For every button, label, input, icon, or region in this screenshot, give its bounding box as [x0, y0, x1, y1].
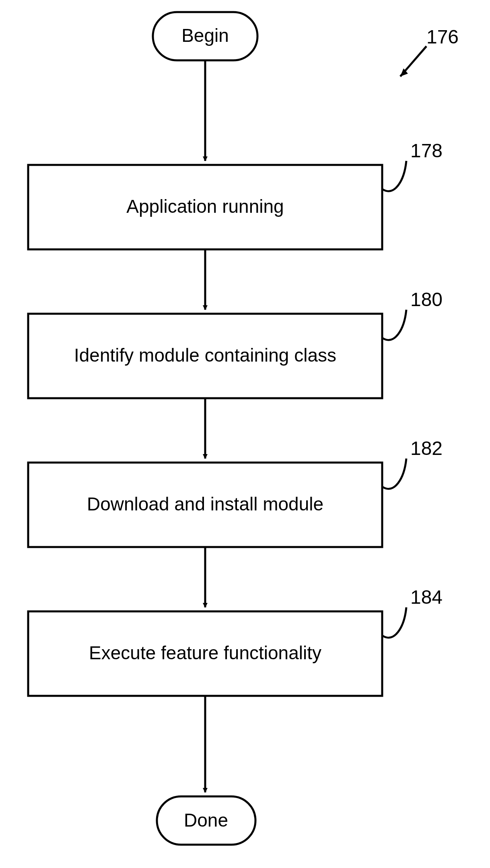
process-step3: Download and install module — [28, 463, 382, 547]
callout-step4 — [382, 607, 406, 638]
terminator-begin: Begin — [153, 12, 257, 60]
process-step1: Application running — [28, 165, 382, 249]
process-step1-text: Application running — [126, 196, 284, 217]
figure-ref-label: 176 — [426, 26, 459, 47]
callout-step1 — [382, 161, 406, 191]
terminator-done: Done — [157, 796, 255, 845]
figure-ref-arrow — [400, 46, 426, 76]
process-step4-text: Execute feature functionality — [89, 642, 321, 663]
terminator-begin-text: Begin — [181, 25, 229, 46]
label-step1: 178 — [410, 140, 443, 161]
callout-step2 — [382, 310, 406, 340]
label-step2: 180 — [410, 289, 443, 310]
label-step4: 184 — [410, 586, 443, 608]
process-step3-text: Download and install module — [87, 494, 323, 514]
process-step4: Execute feature functionality — [28, 611, 382, 696]
callout-step3 — [382, 459, 406, 489]
terminator-done-text: Done — [184, 810, 228, 831]
process-step2-text: Identify module containing class — [74, 345, 336, 366]
flowchart-diagram: Begin Application running 178 Identify m… — [0, 0, 490, 868]
process-step2: Identify module containing class — [28, 314, 382, 398]
label-step3: 182 — [410, 438, 443, 459]
